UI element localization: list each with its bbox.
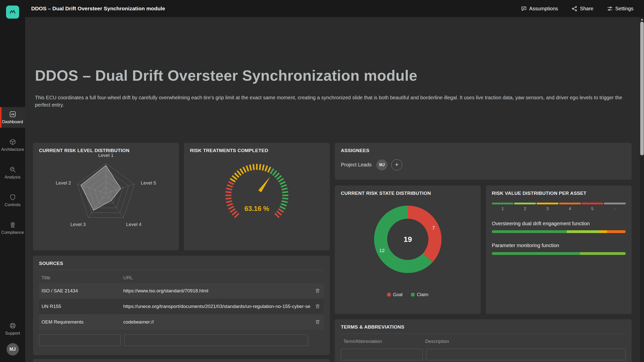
- add-assignee-button[interactable]: +: [391, 159, 402, 170]
- risk-scale-label: -: [614, 207, 615, 211]
- column-header-description: Description: [425, 339, 449, 344]
- risk-scale-label: 3: [546, 207, 549, 211]
- assignee-row: Project Leads MJ +: [341, 159, 626, 170]
- page-description: This ECU coordinates a full four-wheel d…: [35, 94, 626, 109]
- legend-swatch: [387, 293, 391, 296]
- source-url: https://unece.org/transport/documents/20…: [123, 304, 310, 309]
- new-term-input[interactable]: [341, 349, 423, 360]
- divider: [39, 270, 324, 270]
- risk-scale-step: 3: [537, 203, 558, 211]
- share-button[interactable]: Share: [572, 6, 593, 12]
- risk-scale-step: 1: [492, 203, 513, 211]
- user-avatar[interactable]: MJ: [7, 343, 19, 355]
- topbar-button-label: Assumptions: [529, 6, 558, 12]
- legend-swatch: [411, 293, 415, 296]
- sidebar-bottom: Support MJ: [0, 319, 25, 362]
- risk-scale-color: [514, 203, 536, 204]
- column-header-url: URL: [123, 275, 133, 281]
- svg-text:7: 7: [432, 225, 435, 231]
- source-row: OEM Requirementscodebeamer://: [39, 314, 324, 330]
- risk-scale-color: [537, 203, 558, 204]
- new-source-url-input[interactable]: [124, 334, 308, 346]
- card-title: CURRENT RISK STATE DISTRIBUTION: [341, 191, 475, 196]
- add-term-row: [341, 349, 626, 360]
- risk-scale-label: 5: [591, 207, 593, 211]
- dashboard-grid: CURRENT RISK LEVEL DISTRIBUTION Level 1L…: [33, 143, 632, 362]
- risk-bar-segment: [607, 230, 626, 233]
- right-column: ASSIGNEES Project Leads MJ + CURRENT RIS…: [335, 143, 632, 362]
- svg-text:Level 4: Level 4: [126, 222, 141, 227]
- svg-text:19: 19: [404, 235, 412, 243]
- assumptions-icon: [521, 6, 527, 12]
- card-sources: SOURCES Title URL ISO / SAE 21434https:/…: [33, 256, 330, 355]
- risk-bar-segment: [492, 252, 580, 255]
- source-title: OEM Requirements: [42, 319, 123, 325]
- sidebar-item-label: Analysis: [5, 175, 20, 180]
- radar-chart: Level 1Level 2Level 3Level 4Level 5: [39, 154, 173, 241]
- settings-icon: [607, 6, 613, 12]
- card-title: TERMS & ABBREVIATIONS: [341, 324, 626, 330]
- card-risk-level-distribution: CURRENT RISK LEVEL DISTRIBUTION Level 1L…: [33, 143, 179, 250]
- app-logo[interactable]: [6, 6, 19, 19]
- svg-text:Level 1: Level 1: [98, 154, 114, 158]
- card-title: RISK TREATMENTS COMPLETED: [190, 148, 324, 153]
- delete-source-button[interactable]: [315, 288, 320, 293]
- source-url: https://www.iso.org/standard/70918.html: [123, 288, 310, 294]
- topbar-button-label: Share: [580, 6, 593, 12]
- topbar: DDOS – Dual Drift Oversteer Synchronizat…: [25, 0, 644, 17]
- topbar-button-label: Settings: [615, 6, 633, 12]
- new-source-title-input[interactable]: [39, 334, 121, 346]
- source-title: ISO / SAE 21434: [42, 288, 123, 294]
- source-url: codebeamer://: [123, 319, 310, 325]
- card-terms: TERMS & ABBREVIATIONS Term/Abbreviation …: [335, 319, 632, 362]
- chart-legend: GoalClaim: [341, 292, 475, 297]
- delete-source-button[interactable]: [315, 319, 320, 325]
- terms-table-header: Term/Abbreviation Description: [341, 339, 626, 344]
- risk-scale-color: [559, 203, 581, 204]
- new-description-input[interactable]: [426, 349, 626, 360]
- card-partial-next-section: [33, 359, 330, 362]
- asset-risk-bar: [492, 252, 626, 255]
- gauge-chart: 63.16 %: [190, 154, 324, 241]
- sidebar-item-dashboard[interactable]: Dashboard: [0, 107, 25, 128]
- dashboard-icon: [9, 111, 16, 118]
- legend-label: Goal: [393, 292, 403, 297]
- architecture-icon: [9, 139, 16, 145]
- scrollbar-thumb[interactable]: [640, 22, 644, 155]
- risk-bar-segment: [600, 230, 607, 233]
- sidebar-item-support[interactable]: Support: [0, 319, 25, 339]
- source-row: UN R155https://unece.org/transport/docum…: [39, 299, 324, 314]
- page-title: DDOS – Dual Drift Oversteer Synchronizat…: [35, 67, 632, 84]
- card-risk-state-distribution: CURRENT RISK STATE DISTRIBUTION 71219 Go…: [335, 186, 481, 314]
- sidebar-item-compliance[interactable]: Compliance: [0, 218, 25, 238]
- svg-text:Level 5: Level 5: [141, 180, 156, 186]
- svg-text:12: 12: [379, 248, 385, 253]
- settings-button[interactable]: Settings: [607, 6, 633, 12]
- scrollbar[interactable]: [640, 17, 644, 362]
- sidebar-nav: DashboardArchitectureAnalysisControlsCom…: [0, 107, 25, 245]
- sidebar-item-architecture[interactable]: Architecture: [0, 135, 25, 155]
- sidebar-item-label: Architecture: [1, 147, 24, 152]
- card-risk-value-per-asset: RISK VALUE DISTRIBUTION PER ASSET 12345-…: [486, 186, 632, 314]
- assignee-avatar[interactable]: MJ: [376, 159, 387, 170]
- logo-wave-icon: [8, 8, 17, 16]
- scroll-up-arrow[interactable]: [641, 19, 643, 20]
- donut-chart: 71219: [341, 196, 475, 292]
- compliance-icon: [9, 221, 16, 228]
- card-title: CURRENT RISK LEVEL DISTRIBUTION: [39, 148, 173, 153]
- chart-row: CURRENT RISK STATE DISTRIBUTION 71219 Go…: [335, 186, 632, 314]
- sidebar-item-label: Controls: [5, 202, 20, 207]
- sidebar-item-controls[interactable]: Controls: [0, 190, 25, 211]
- risk-bar-segment: [567, 230, 600, 233]
- topbar-actions: AssumptionsShareSettings: [521, 6, 633, 12]
- assumptions-button[interactable]: Assumptions: [521, 6, 558, 12]
- risk-scale-label: 2: [524, 207, 526, 211]
- svg-text:Level 3: Level 3: [70, 222, 86, 227]
- asset-risk-row: Parameter monitoring function: [492, 243, 626, 255]
- add-source-row: [39, 334, 324, 346]
- sidebar-item-analysis[interactable]: Analysis: [0, 162, 25, 183]
- asset-risk-bar: [492, 230, 626, 233]
- delete-source-button[interactable]: [315, 304, 320, 309]
- analysis-icon: [9, 166, 16, 173]
- legend-label: Claim: [417, 292, 428, 297]
